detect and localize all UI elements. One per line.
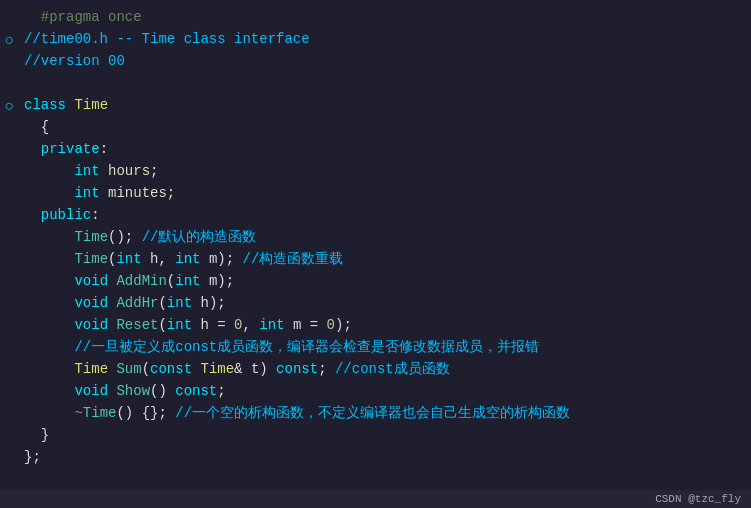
line-content: public: <box>18 207 751 223</box>
line-content: ~Time() {}; //一个空的析构函数，不定义编译器也会自己生成空的析构函… <box>18 404 751 422</box>
code-line: void Reset(int h = 0, int m = 0); <box>0 314 751 336</box>
line-content: //time00.h -- Time class interface <box>18 31 751 47</box>
fold-icon[interactable]: ◯ <box>6 33 13 46</box>
code-line: //一旦被定义成const成员函数，编译器会检查是否修改数据成员，并报错 <box>0 336 751 358</box>
code-line: ~Time() {}; //一个空的析构函数，不定义编译器也会自己生成空的析构函… <box>0 402 751 424</box>
code-line: { <box>0 116 751 138</box>
code-line: int minutes; <box>0 182 751 204</box>
code-line: private: <box>0 138 751 160</box>
status-bar: CSDN @tzc_fly <box>0 490 751 508</box>
line-gutter: ◯ <box>0 99 18 112</box>
line-content: private: <box>18 141 751 157</box>
line-content: Time(int h, int m); //构造函数重载 <box>18 250 751 268</box>
code-line: Time(); //默认的构造函数 <box>0 226 751 248</box>
code-line: Time(int h, int m); //构造函数重载 <box>0 248 751 270</box>
line-content: void AddHr(int h); <box>18 295 751 311</box>
statusbar-text: CSDN @tzc_fly <box>655 493 741 505</box>
code-line: #pragma once <box>0 6 751 28</box>
code-line: int hours; <box>0 160 751 182</box>
line-content: } <box>18 427 751 443</box>
code-line: } <box>0 424 751 446</box>
code-line: //version 00 <box>0 50 751 72</box>
line-gutter: ◯ <box>0 33 18 46</box>
fold-icon[interactable]: ◯ <box>6 99 13 112</box>
line-content: //version 00 <box>18 53 751 69</box>
code-line: void AddMin(int m); <box>0 270 751 292</box>
line-content: int hours; <box>18 163 751 179</box>
line-content: #pragma once <box>18 9 751 25</box>
code-line: void AddHr(int h); <box>0 292 751 314</box>
line-content: class Time <box>18 97 751 113</box>
line-content: }; <box>18 449 751 465</box>
code-line: ◯//time00.h -- Time class interface <box>0 28 751 50</box>
code-line <box>0 72 751 94</box>
line-content: int minutes; <box>18 185 751 201</box>
line-content: { <box>18 119 751 135</box>
code-line: public: <box>0 204 751 226</box>
code-line: void Show() const; <box>0 380 751 402</box>
code-editor: #pragma once◯//time00.h -- Time class in… <box>0 0 751 490</box>
line-content: void Show() const; <box>18 383 751 399</box>
line-content: void Reset(int h = 0, int m = 0); <box>18 317 751 333</box>
line-content: Time Sum(const Time& t) const; //const成员… <box>18 360 751 378</box>
line-content: void AddMin(int m); <box>18 273 751 289</box>
line-content: Time(); //默认的构造函数 <box>18 228 751 246</box>
code-line: }; <box>0 446 751 468</box>
code-line: Time Sum(const Time& t) const; //const成员… <box>0 358 751 380</box>
code-line: ◯class Time <box>0 94 751 116</box>
line-content: //一旦被定义成const成员函数，编译器会检查是否修改数据成员，并报错 <box>18 338 751 356</box>
